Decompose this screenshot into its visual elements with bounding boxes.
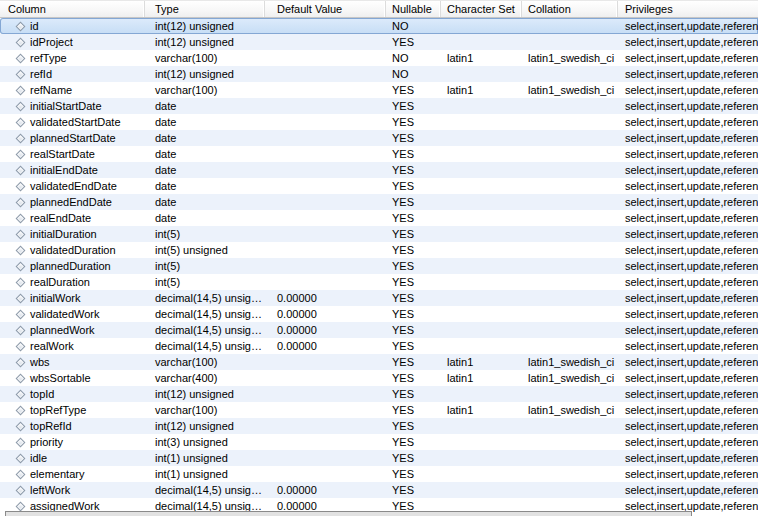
table-row[interactable]: validatedDurationint(5) unsignedYESselec…	[0, 242, 758, 258]
table-row[interactable]: validatedEndDatedateYESselect,insert,upd…	[0, 178, 758, 194]
character-set-cell	[441, 114, 522, 130]
header-privileges[interactable]: Privileges	[618, 1, 758, 17]
header-column[interactable]: Column	[0, 1, 145, 17]
default-value-cell	[265, 402, 386, 418]
header-type[interactable]: Type	[145, 1, 265, 17]
type-cell: date	[145, 210, 265, 226]
table-row[interactable]: idint(12) unsignedNOselect,insert,update…	[0, 18, 758, 34]
column-name-cell: validatedWork	[0, 306, 145, 322]
column-name-label: idle	[24, 450, 47, 466]
table-row[interactable]: initialStartDatedateYESselect,insert,upd…	[0, 98, 758, 114]
character-set-cell	[441, 242, 522, 258]
table-row[interactable]: initialDurationint(5)YESselect,insert,up…	[0, 226, 758, 242]
character-set-cell	[441, 450, 522, 466]
collation-cell	[522, 66, 618, 82]
table-row[interactable]: initialWorkdecimal(14,5) unsigned0.00000…	[0, 290, 758, 306]
type-cell: int(12) unsigned	[145, 34, 265, 50]
default-value-cell	[265, 386, 386, 402]
nullable-cell: NO	[386, 50, 441, 66]
type-cell: date	[145, 178, 265, 194]
nullable-cell: YES	[386, 370, 441, 386]
character-set-cell	[441, 418, 522, 434]
table-row[interactable]: plannedWorkdecimal(14,5) unsigned0.00000…	[0, 322, 758, 338]
table-row[interactable]: plannedStartDatedateYESselect,insert,upd…	[0, 130, 758, 146]
header-character-set[interactable]: Character Set	[441, 1, 522, 17]
table-row[interactable]: wbsSortablevarchar(400)YESlatin1latin1_s…	[0, 370, 758, 386]
default-value-cell	[265, 274, 386, 290]
table-row[interactable]: initialEndDatedateYESselect,insert,updat…	[0, 162, 758, 178]
privileges-cell: select,insert,update,references	[618, 370, 758, 386]
nullable-cell: YES	[386, 178, 441, 194]
collation-cell	[522, 130, 618, 146]
column-name-cell: idle	[0, 450, 145, 466]
column-name-cell: refId	[0, 66, 145, 82]
column-name-cell: refName	[0, 82, 145, 98]
table-row[interactable]: leftWorkdecimal(14,5) unsigned0.00000YES…	[0, 482, 758, 498]
nullable-cell: YES	[386, 82, 441, 98]
column-name-label: initialStartDate	[24, 98, 102, 114]
table-row[interactable]: elementaryint(1) unsignedYESselect,inser…	[0, 466, 758, 482]
privileges-cell: select,insert,update,references	[618, 466, 758, 482]
table-row[interactable]: refIdint(12) unsignedNOselect,insert,upd…	[0, 66, 758, 82]
collation-cell: latin1_swedish_ci	[522, 50, 618, 66]
table-row[interactable]: refTypevarchar(100)NOlatin1latin1_swedis…	[0, 50, 758, 66]
table-row[interactable]: realWorkdecimal(14,5) unsigned0.00000YES…	[0, 338, 758, 354]
default-value-cell	[265, 178, 386, 194]
nullable-cell: YES	[386, 306, 441, 322]
table-row[interactable]: realStartDatedateYESselect,insert,update…	[0, 146, 758, 162]
default-value-cell	[265, 82, 386, 98]
type-cell: int(12) unsigned	[145, 66, 265, 82]
type-cell: decimal(14,5) unsigned	[145, 290, 265, 306]
column-name-cell: plannedDuration	[0, 258, 145, 274]
table-row[interactable]: realDurationint(5)YESselect,insert,updat…	[0, 274, 758, 290]
default-value-cell	[265, 114, 386, 130]
character-set-cell	[441, 162, 522, 178]
table-row[interactable]: refNamevarchar(100)YESlatin1latin1_swedi…	[0, 82, 758, 98]
character-set-cell	[441, 338, 522, 354]
collation-cell	[522, 226, 618, 242]
header-collation[interactable]: Collation	[522, 1, 618, 17]
type-cell: int(12) unsigned	[145, 386, 265, 402]
privileges-cell: select,insert,update,references	[618, 274, 758, 290]
nullable-cell: YES	[386, 258, 441, 274]
header-nullable[interactable]: Nullable	[386, 1, 441, 17]
header-default-value[interactable]: Default Value	[265, 1, 386, 17]
column-name-cell: realDuration	[0, 274, 145, 290]
nullable-cell: YES	[386, 290, 441, 306]
table-row[interactable]: realEndDatedateYESselect,insert,update,r…	[0, 210, 758, 226]
column-name-cell: id	[0, 18, 145, 34]
table-row[interactable]: wbsvarchar(100)YESlatin1latin1_swedish_c…	[0, 354, 758, 370]
column-name-label: initialWork	[24, 290, 81, 306]
table-row[interactable]: plannedDurationint(5)YESselect,insert,up…	[0, 258, 758, 274]
type-cell: int(3) unsigned	[145, 434, 265, 450]
character-set-cell	[441, 66, 522, 82]
table-row[interactable]: priorityint(3) unsignedYESselect,insert,…	[0, 434, 758, 450]
column-name-cell: wbsSortable	[0, 370, 145, 386]
table-row[interactable]: topRefIdint(12) unsignedYESselect,insert…	[0, 418, 758, 434]
table-row[interactable]: validatedWorkdecimal(14,5) unsigned0.000…	[0, 306, 758, 322]
collation-cell	[522, 18, 618, 34]
column-name-label: refName	[24, 82, 72, 98]
privileges-cell: select,insert,update,references	[618, 418, 758, 434]
column-name-label: initialEndDate	[24, 162, 98, 178]
horizontal-scrollbar[interactable]	[5, 511, 692, 516]
table-row[interactable]: plannedEndDatedateYESselect,insert,updat…	[0, 194, 758, 210]
privileges-cell: select,insert,update,references	[618, 306, 758, 322]
character-set-cell	[441, 210, 522, 226]
column-name-cell: topRefId	[0, 418, 145, 434]
default-value-cell	[265, 66, 386, 82]
table-row[interactable]: validatedStartDatedateYESselect,insert,u…	[0, 114, 758, 130]
table-row[interactable]: idProjectint(12) unsignedYESselect,inser…	[0, 34, 758, 50]
character-set-cell	[441, 194, 522, 210]
column-name-label: idProject	[24, 34, 73, 50]
table-row[interactable]: topRefTypevarchar(100)YESlatin1latin1_sw…	[0, 402, 758, 418]
default-value-cell: 0.00000	[265, 322, 386, 338]
collation-cell	[522, 162, 618, 178]
collation-cell	[522, 290, 618, 306]
collation-cell: latin1_swedish_ci	[522, 354, 618, 370]
table-row[interactable]: topIdint(12) unsignedYESselect,insert,up…	[0, 386, 758, 402]
table-row[interactable]: idleint(1) unsignedYESselect,insert,upda…	[0, 450, 758, 466]
type-cell: varchar(100)	[145, 402, 265, 418]
character-set-cell	[441, 482, 522, 498]
collation-cell	[522, 242, 618, 258]
